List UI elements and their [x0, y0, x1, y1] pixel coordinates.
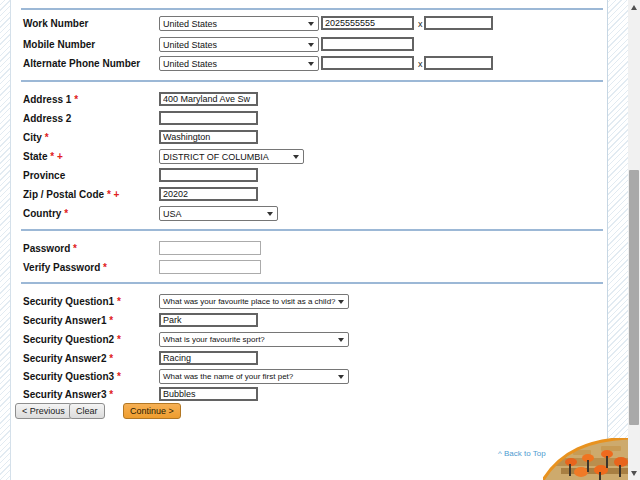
alternate-number-input[interactable] — [321, 56, 414, 70]
address1-label: Address 1 * — [23, 94, 78, 105]
button-row: < Previous Clear Continue > — [11, 403, 607, 423]
security-question3-label: Security Question3 * — [23, 371, 121, 382]
state-value: DISTRICT OF COLUMBIA — [160, 152, 293, 162]
security-question1-value: What was your favourite place to visit a… — [160, 297, 338, 306]
form-content: Work Number United States x Mobile Numbe… — [10, 0, 608, 480]
mobile-country-select[interactable]: United States — [159, 37, 319, 52]
vertical-scrollbar[interactable] — [628, 0, 640, 480]
alternate-country-select[interactable]: United States — [159, 56, 319, 71]
chevron-down-icon — [293, 155, 299, 159]
classroom-chairs-photo — [543, 438, 628, 480]
password-label: Password * — [23, 243, 77, 254]
mobile-number-input[interactable] — [321, 37, 414, 51]
province-input[interactable] — [159, 168, 258, 182]
country-value: USA — [160, 209, 267, 219]
security-answer1-label: Security Answer1 * — [23, 315, 113, 326]
extension-separator: x — [418, 19, 423, 29]
scroll-up-button[interactable] — [628, 0, 640, 14]
city-input[interactable] — [159, 130, 258, 144]
security-question3-value: What was the name of your first pet? — [160, 372, 338, 381]
chevron-down-icon — [308, 62, 314, 66]
mobile-number-label: Mobile Number — [23, 39, 95, 50]
arrow-up-icon — [631, 5, 637, 10]
required-marker: * — [45, 132, 49, 143]
verify-password-label: Verify Password * — [23, 262, 107, 273]
security-answer2-input[interactable] — [159, 351, 258, 365]
zip-input[interactable] — [159, 187, 258, 201]
security-answer2-label: Security Answer2 * — [23, 353, 113, 364]
security-question2-select[interactable]: What is your favourite sport? — [159, 332, 349, 347]
registration-page: Work Number United States x Mobile Numbe… — [0, 0, 640, 480]
alternate-phone-row: Alternate Phone Number United States x — [11, 56, 607, 74]
security-question1-row: Security Question1 * What was your favou… — [11, 294, 607, 312]
section-divider — [21, 80, 603, 82]
section-divider — [21, 282, 603, 284]
security-question3-select[interactable]: What was the name of your first pet? — [159, 369, 349, 384]
security-question3-row: Security Question3 * What was the name o… — [11, 369, 607, 387]
clear-button[interactable]: Clear — [69, 403, 105, 419]
required-marker: * — [50, 151, 54, 162]
state-row: State * + DISTRICT OF COLUMBIA — [11, 149, 607, 167]
required-marker: * — [109, 353, 113, 364]
required-marker: * — [103, 262, 107, 273]
province-label: Province — [23, 170, 65, 181]
work-country-select[interactable]: United States — [159, 16, 319, 31]
required-marker: * — [74, 94, 78, 105]
security-answer1-input[interactable] — [159, 313, 258, 327]
required-marker: * — [109, 389, 113, 400]
security-question2-value: What is your favourite sport? — [160, 335, 338, 344]
security-answer3-label: Security Answer3 * — [23, 389, 113, 400]
address1-row: Address 1 * — [11, 92, 607, 110]
plus-marker: + — [114, 189, 120, 200]
arrow-down-icon — [631, 471, 637, 476]
security-question2-label: Security Question2 * — [23, 334, 121, 345]
security-answer1-row: Security Answer1 * — [11, 313, 607, 331]
zip-label: Zip / Postal Code * + — [23, 189, 119, 200]
plus-marker: + — [57, 151, 63, 162]
address2-row: Address 2 — [11, 111, 607, 129]
security-question2-row: Security Question2 * What is your favour… — [11, 332, 607, 350]
province-row: Province — [11, 168, 607, 186]
required-marker: * — [64, 208, 68, 219]
country-row: Country * USA — [11, 206, 607, 224]
required-marker: * — [107, 189, 111, 200]
state-select[interactable]: DISTRICT OF COLUMBIA — [159, 149, 304, 164]
state-label: State * + — [23, 151, 63, 162]
chevron-down-icon — [338, 338, 344, 342]
work-number-label: Work Number — [23, 18, 88, 29]
verify-password-input[interactable] — [159, 260, 261, 274]
address1-input[interactable] — [159, 92, 258, 106]
city-label: City * — [23, 132, 49, 143]
continue-button[interactable]: Continue > — [123, 403, 181, 419]
section-divider — [21, 229, 603, 231]
alternate-phone-label: Alternate Phone Number — [23, 58, 140, 69]
security-question1-select[interactable]: What was your favourite place to visit a… — [159, 294, 349, 309]
security-answer3-input[interactable] — [159, 387, 258, 401]
chevron-down-icon — [308, 22, 314, 26]
work-number-input[interactable] — [321, 16, 414, 30]
previous-button[interactable]: < Previous — [15, 403, 72, 419]
scrollbar-thumb[interactable] — [629, 170, 639, 425]
password-row: Password * — [11, 241, 607, 259]
security-question1-label: Security Question1 * — [23, 296, 121, 307]
work-country-value: United States — [160, 19, 308, 29]
alternate-extension-input[interactable] — [424, 56, 493, 70]
section-divider — [21, 8, 603, 10]
security-answer2-row: Security Answer2 * — [11, 351, 607, 369]
address2-label: Address 2 — [23, 113, 71, 124]
address2-input[interactable] — [159, 111, 258, 125]
required-marker: * — [73, 243, 77, 254]
back-to-top-link[interactable]: ^ Back to Top — [498, 449, 546, 458]
mobile-number-row: Mobile Number United States — [11, 37, 607, 55]
extension-separator: x — [418, 59, 423, 69]
mobile-country-value: United States — [160, 40, 308, 50]
chevron-down-icon — [308, 43, 314, 47]
chevron-down-icon — [338, 375, 344, 379]
scroll-down-button[interactable] — [628, 466, 640, 480]
required-marker: * — [117, 334, 121, 345]
country-label: Country * — [23, 208, 68, 219]
work-extension-input[interactable] — [424, 16, 493, 30]
country-select[interactable]: USA — [159, 206, 278, 221]
password-input[interactable] — [159, 241, 261, 255]
zip-row: Zip / Postal Code * + — [11, 187, 607, 205]
